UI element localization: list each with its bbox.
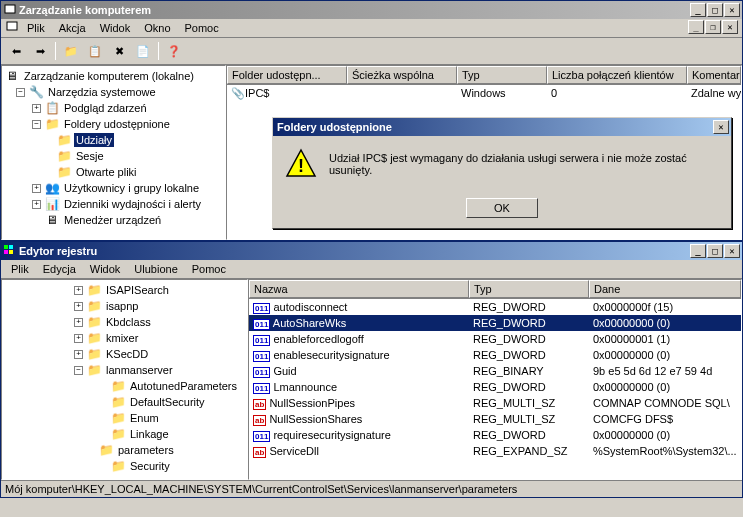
menu-widok[interactable]: Widok [84, 261, 127, 277]
perf-icon: 📊 [44, 197, 60, 211]
value-data: 0x00000000 (0) [589, 316, 741, 330]
back-button[interactable]: ⬅ [5, 40, 27, 62]
col-type[interactable]: Typ [457, 66, 547, 84]
refresh-button[interactable]: 📄 [132, 40, 154, 62]
tree-key[interactable]: ISAPISearch [104, 283, 171, 297]
value-data: COMNAP COMNODE SQL\ [589, 396, 741, 410]
tree-users[interactable]: Użytkownicy i grupy lokalne [62, 181, 201, 195]
close-button[interactable]: ✕ [724, 244, 740, 258]
menu-pomoc[interactable]: Pomoc [186, 261, 232, 277]
tree-devmgr[interactable]: Menedżer urządzeń [62, 213, 163, 227]
menu-widok[interactable]: Widok [94, 20, 137, 36]
tree-key[interactable]: lanmanserver [104, 363, 175, 377]
reg-value-row[interactable]: 011 enableforcedlogoffREG_DWORD0x0000000… [249, 331, 741, 347]
reg-value-row[interactable]: ab NullSessionSharesREG_MULTI_SZCOMCFG D… [249, 411, 741, 427]
value-type: REG_DWORD [469, 348, 589, 362]
tree-key[interactable]: isapnp [104, 299, 140, 313]
expander-tools[interactable]: − [16, 88, 25, 97]
menu-plik[interactable]: Plik [5, 261, 35, 277]
reg-titlebar[interactable]: Edytor rejestru _ □ ✕ [1, 242, 742, 260]
folder-icon: 📁 [86, 331, 102, 345]
props-button[interactable]: 📋 [84, 40, 106, 62]
maximize-button[interactable]: □ [707, 244, 723, 258]
col-comment[interactable]: Komentarz [687, 66, 741, 84]
tree-root[interactable]: Zarządzanie komputerem (lokalne) [22, 69, 196, 83]
expander[interactable]: + [74, 302, 83, 311]
expander[interactable]: − [74, 366, 83, 375]
mdi-restore[interactable]: ❐ [705, 20, 721, 34]
share-icon: 📎 [231, 87, 245, 99]
value-data: 0x00000001 (1) [589, 332, 741, 346]
mgmt-titlebar[interactable]: Zarządzanie komputerem _ □ ✕ [1, 1, 742, 19]
share-row[interactable]: 📎IPC$ Windows 0 Zdalne wy [227, 85, 741, 102]
mgmt-tree[interactable]: 🖥Zarządzanie komputerem (lokalne) −🔧Narz… [1, 65, 226, 240]
expander[interactable]: + [74, 334, 83, 343]
expander-perf[interactable]: + [32, 200, 41, 209]
tree-sessions[interactable]: Sesje [74, 149, 106, 163]
menu-edycja[interactable]: Edycja [37, 261, 82, 277]
delete-button[interactable]: ✖ [108, 40, 130, 62]
reg-tree[interactable]: +📁ISAPISearch+📁isapnp+📁Kbdclass+📁kmixer+… [1, 279, 248, 480]
svg-rect-4 [9, 245, 13, 249]
tree-subkey[interactable]: Linkage [128, 427, 171, 441]
tree-shared[interactable]: Foldery udostępnione [62, 117, 172, 131]
reg-value-row[interactable]: 011 GuidREG_BINARY9b e5 5d 6d 12 e7 59 4… [249, 363, 741, 379]
expander-events[interactable]: + [32, 104, 41, 113]
share-name: IPC$ [245, 87, 269, 99]
msgbox-titlebar[interactable]: Foldery udostępnione ✕ [273, 118, 731, 136]
col-folder[interactable]: Folder udostępn... [227, 66, 347, 84]
close-button[interactable]: ✕ [713, 120, 729, 134]
tree-events[interactable]: Podgląd zdarzeń [62, 101, 149, 115]
reg-value-row[interactable]: 011 enablesecuritysignatureREG_DWORD0x00… [249, 347, 741, 363]
expander[interactable]: + [74, 318, 83, 327]
ok-button[interactable]: OK [466, 198, 538, 218]
expander-shared[interactable]: − [32, 120, 41, 129]
tree-subkey[interactable]: AutotunedParameters [128, 379, 239, 393]
expander-users[interactable]: + [32, 184, 41, 193]
reg-value-row[interactable]: ab NullSessionPipesREG_MULTI_SZCOMNAP CO… [249, 395, 741, 411]
col-data[interactable]: Dane [589, 280, 741, 298]
reg-value-row[interactable]: 011 autodisconnectREG_DWORD0x0000000f (1… [249, 299, 741, 315]
col-type[interactable]: Typ [469, 280, 589, 298]
close-button[interactable]: ✕ [724, 3, 740, 17]
reg-value-row[interactable]: 011 requiresecuritysignatureREG_DWORD0x0… [249, 427, 741, 443]
tree-key[interactable]: kmixer [104, 331, 140, 345]
menu-ulubione[interactable]: Ulubione [128, 261, 183, 277]
expander[interactable]: + [74, 286, 83, 295]
col-conn[interactable]: Liczba połączeń klientów [547, 66, 687, 84]
mdi-minimize[interactable]: _ [688, 20, 704, 34]
minimize-button[interactable]: _ [690, 244, 706, 258]
folder-icon: 📁 [86, 299, 102, 313]
expander[interactable]: + [74, 350, 83, 359]
up-button[interactable]: 📁 [60, 40, 82, 62]
col-name[interactable]: Nazwa [249, 280, 469, 298]
col-path[interactable]: Ścieżka wspólna [347, 66, 457, 84]
minimize-button[interactable]: _ [690, 3, 706, 17]
menu-pomoc[interactable]: Pomoc [179, 20, 225, 36]
forward-button[interactable]: ➡ [29, 40, 51, 62]
folder-icon: 📁 [110, 427, 126, 441]
menu-akcja[interactable]: Akcja [53, 20, 92, 36]
value-data: COMCFG DFS$ [589, 412, 741, 426]
maximize-button[interactable]: □ [707, 3, 723, 17]
reg-value-row[interactable]: 011 AutoShareWksREG_DWORD0x00000000 (0) [249, 315, 741, 331]
tree-subkey[interactable]: parameters [116, 443, 176, 457]
menu-okno[interactable]: Okno [138, 20, 176, 36]
share-type: Windows [457, 86, 547, 101]
tree-shares[interactable]: Udziały [74, 133, 114, 147]
tree-tools[interactable]: Narzędzia systemowe [46, 85, 158, 99]
menu-plik[interactable]: Plik [21, 20, 51, 36]
reg-value-row[interactable]: ab ServiceDllREG_EXPAND_SZ%SystemRoot%\S… [249, 443, 741, 459]
reg-value-row[interactable]: 011 LmannounceREG_DWORD0x00000000 (0) [249, 379, 741, 395]
monitor-icon [3, 3, 17, 17]
mdi-close[interactable]: ✕ [722, 20, 738, 34]
tree-openfiles[interactable]: Otwarte pliki [74, 165, 139, 179]
tree-key[interactable]: KSecDD [104, 347, 150, 361]
tree-key[interactable]: Kbdclass [104, 315, 153, 329]
tree-perf[interactable]: Dzienniki wydajności i alerty [62, 197, 203, 211]
svg-rect-1 [8, 14, 12, 16]
tree-subkey[interactable]: Enum [128, 411, 161, 425]
tree-subkey[interactable]: Security [128, 459, 172, 473]
tree-subkey[interactable]: DefaultSecurity [128, 395, 207, 409]
help-button[interactable]: ❓ [163, 40, 185, 62]
